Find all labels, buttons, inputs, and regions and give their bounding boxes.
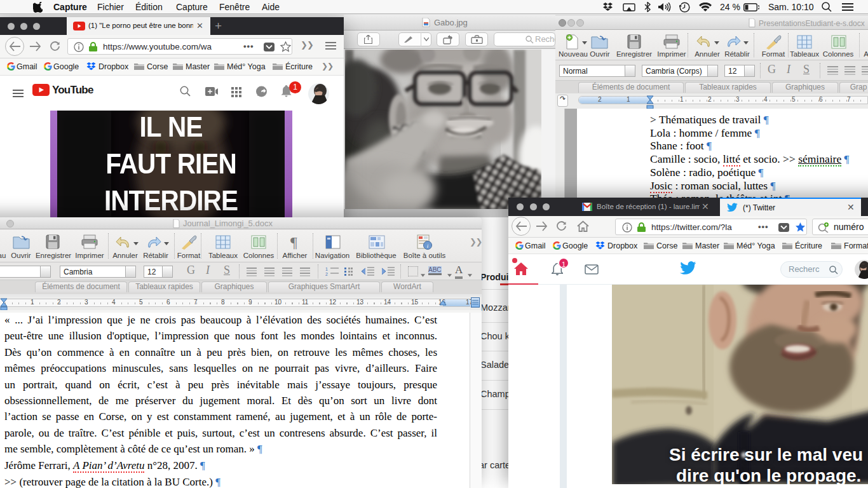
svg-text:1: 1: [325, 267, 328, 271]
svg-text:2: 2: [325, 272, 328, 276]
